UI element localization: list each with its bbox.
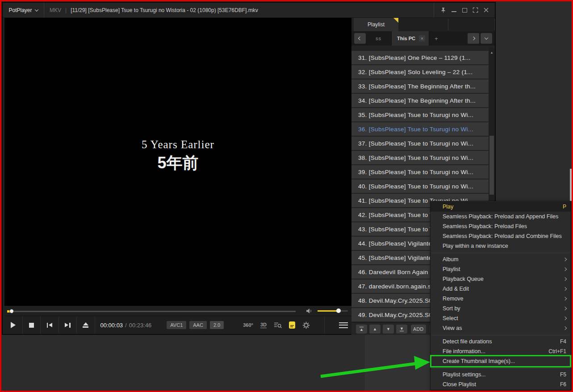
playlist-search-button[interactable] xyxy=(274,322,282,329)
playlist-item[interactable]: 35. [SubsPlease] Tsue to Tsurugi no Wi..… xyxy=(351,108,489,121)
menu-item-label: Detect file durations xyxy=(443,338,560,345)
chevron-left-icon xyxy=(358,37,362,40)
menu-item-playlist[interactable]: Playlist xyxy=(431,264,571,274)
menu-item-view-as[interactable]: View as xyxy=(431,323,571,333)
scrollbar-up-icon[interactable]: ▲ xyxy=(489,48,495,56)
move-top-button[interactable]: ▲ xyxy=(356,325,367,334)
tab-close-icon[interactable]: × xyxy=(419,35,425,42)
menu-item-play[interactable]: PlayP xyxy=(431,202,571,212)
previous-icon xyxy=(47,323,48,328)
add-files-button[interactable]: ADD xyxy=(411,325,426,334)
partial-tab-label[interactable]: ss xyxy=(376,36,381,41)
chevron-down-icon xyxy=(485,36,488,39)
view-360-button[interactable]: 360° xyxy=(243,322,253,328)
playlist-item[interactable]: 32. [SubsPlease] Solo Leveling – 22 (1..… xyxy=(351,65,489,79)
menu-item-shortcut: F6 xyxy=(560,381,566,388)
seek-row xyxy=(4,306,351,316)
move-top-icon: ▲ xyxy=(360,327,364,331)
submenu-arrow-icon xyxy=(563,297,567,300)
menu-item-label: File information... xyxy=(443,348,548,354)
seek-bar[interactable] xyxy=(7,311,296,312)
pin-icon xyxy=(440,7,446,13)
menu-item-label: Close Playlist xyxy=(443,381,560,388)
menu-item-album[interactable]: Album xyxy=(431,254,571,264)
menu-item-playlist-settings[interactable]: Playlist settings...F5 xyxy=(431,370,571,379)
tab-scroll-right-button[interactable] xyxy=(468,33,479,44)
potplayer-window: PotPlayer MKV | [11/29] [SubsPlease] Tsu… xyxy=(2,2,496,335)
menu-item-play-within-a-new-instance[interactable]: Play within a new instance xyxy=(431,241,571,251)
potplayer-menu-button[interactable]: PotPlayer xyxy=(3,3,44,17)
menu-item-seamless-playback-preload-and-append-files[interactable]: Seamless Playback: Preload and Append Fi… xyxy=(431,212,571,221)
playlist-item[interactable]: 36. [SubsPlease] Tsue to Tsurugi no Wi..… xyxy=(351,122,489,136)
menu-item-select[interactable]: Select xyxy=(431,313,571,323)
menu-item-label: Select xyxy=(443,315,564,321)
controls-divider xyxy=(324,316,325,334)
menu-item-label: Add & Edit xyxy=(443,286,564,292)
menu-item-detect-file-durations[interactable]: Detect file durationsF4 xyxy=(431,337,571,346)
next-button[interactable] xyxy=(59,316,77,334)
video-area[interactable]: 5 Years Earlier 5年前 xyxy=(4,18,351,306)
playlist-item-label: 31. [SubsPlease] One Piece – 1129 (1... xyxy=(358,54,471,61)
playlist-item[interactable]: 40. [SubsPlease] Tsue to Tsurugi no Wi..… xyxy=(351,179,489,193)
tab-playlist[interactable]: Playlist xyxy=(354,18,398,31)
close-button[interactable] xyxy=(481,5,491,16)
move-down-button[interactable]: ▼ xyxy=(383,325,394,334)
menu-item-seamless-playback-preload-files[interactable]: Seamless Playback: Preload Files xyxy=(431,221,571,231)
view-3d-button[interactable]: 3D xyxy=(260,322,267,328)
move-bottom-button[interactable]: ▼ xyxy=(396,325,407,334)
minimize-button[interactable] xyxy=(448,5,459,16)
playlist-item[interactable]: 38. [SubsPlease] Tsue to Tsurugi no Wi..… xyxy=(351,151,489,164)
playlist-item[interactable]: 31. [SubsPlease] One Piece – 1129 (1... xyxy=(351,51,489,64)
settings-button[interactable] xyxy=(302,321,310,329)
volume-thumb[interactable] xyxy=(336,309,341,313)
this-pc-tab-label: This PC xyxy=(397,36,415,41)
submenu-arrow-icon xyxy=(563,307,567,310)
tab-list-dropdown-button[interactable] xyxy=(481,33,492,44)
eject-button[interactable] xyxy=(77,316,95,334)
gear-icon xyxy=(302,321,310,329)
audio-channels-badge: 2.0 xyxy=(210,321,224,329)
playlist-item[interactable]: 37. [SubsPlease] Tsue to Tsurugi no Wi..… xyxy=(351,137,489,150)
menu-separator xyxy=(431,251,571,254)
main-menu-button[interactable] xyxy=(339,322,348,328)
submenu-arrow-icon xyxy=(563,317,567,320)
scrollbar-thumb[interactable] xyxy=(489,136,494,195)
submenu-arrow-icon xyxy=(563,258,567,261)
menu-item-label: Playlist settings... xyxy=(443,371,560,378)
playlist-header: Playlist xyxy=(351,18,495,31)
play-button[interactable] xyxy=(4,316,23,334)
playlist-toggle-button[interactable] xyxy=(289,321,295,329)
volume-icon xyxy=(306,308,313,314)
menu-item-add-edit[interactable]: Add & Edit xyxy=(431,284,571,294)
time-current: 00:00:03 xyxy=(100,322,123,329)
video-codec-badge: AVC1 xyxy=(167,321,186,329)
add-tab-button[interactable]: + xyxy=(435,35,438,42)
previous-button[interactable] xyxy=(41,316,59,334)
menu-item-remove[interactable]: Remove xyxy=(431,294,571,304)
maximize-button[interactable] xyxy=(459,5,470,16)
playlist-item[interactable]: 39. [SubsPlease] Tsue to Tsurugi no Wi..… xyxy=(351,165,489,179)
fullscreen-button[interactable] xyxy=(470,5,481,16)
stop-button[interactable] xyxy=(23,316,41,334)
seek-thumb[interactable] xyxy=(9,309,14,313)
tab-marker-icon xyxy=(393,18,398,23)
menu-item-shortcut: P xyxy=(563,204,566,210)
menu-item-label: Playlist xyxy=(443,266,564,272)
play-icon xyxy=(11,322,16,328)
playlist-item[interactable]: 34. [SubsPlease] The Beginning After th.… xyxy=(351,94,489,107)
menu-item-label: Play within a new instance xyxy=(443,243,566,249)
playlist-item-label: 39. [SubsPlease] Tsue to Tsurugi no Wi..… xyxy=(358,169,473,175)
window-controls xyxy=(434,3,495,17)
tab-this-pc[interactable]: This PC × xyxy=(391,31,429,46)
menu-item-seamless-playback-preload-and-combine-files[interactable]: Seamless Playback: Preload and Combine F… xyxy=(431,231,571,241)
volume-group xyxy=(306,306,348,316)
menu-item-close-playlist[interactable]: Close PlaylistF6 xyxy=(431,379,571,389)
pin-button[interactable] xyxy=(438,5,448,16)
menu-item-sort-by[interactable]: Sort by xyxy=(431,304,571,313)
tab-scroll-left-button[interactable] xyxy=(354,33,366,44)
volume-slider[interactable] xyxy=(318,310,348,312)
menu-item-playback-queue[interactable]: Playback Queue xyxy=(431,274,571,284)
minimize-icon xyxy=(452,11,456,12)
move-up-button[interactable]: ▲ xyxy=(369,325,381,334)
playlist-item[interactable]: 33. [SubsPlease] The Beginning After th.… xyxy=(351,79,489,93)
